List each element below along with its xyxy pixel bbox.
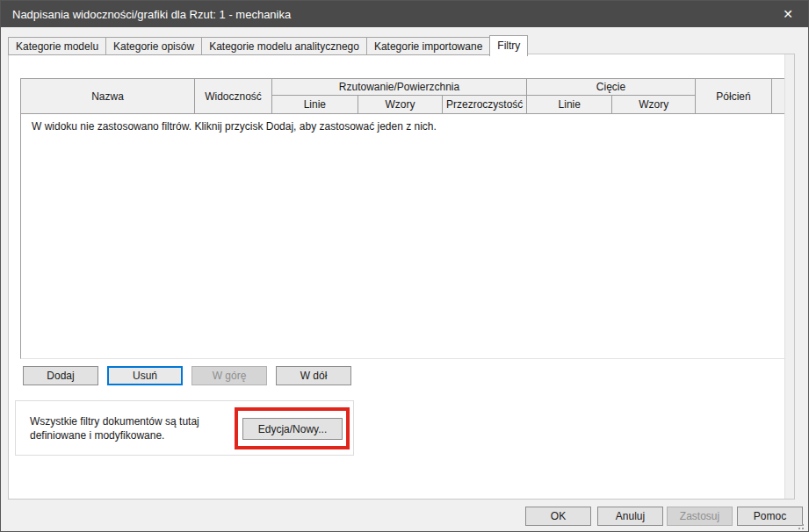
- column-header-projection-patterns: Wzory: [358, 96, 443, 113]
- add-filter-button[interactable]: Dodaj: [23, 366, 98, 385]
- remove-filter-button[interactable]: Usuń: [107, 366, 183, 385]
- tab-kategorie-importowane[interactable]: Kategorie importowane: [366, 37, 490, 55]
- dialog-title: Nadpisania widoczności/grafiki dla Rzut:…: [12, 8, 291, 21]
- tab-kategorie-modelu-analitycznego[interactable]: Kategorie modelu analitycznego: [201, 37, 367, 55]
- visibility-graphics-dialog: Nadpisania widoczności/grafiki dla Rzut:…: [0, 0, 809, 532]
- filters-list-empty-area[interactable]: W widoku nie zastosowano filtrów. Klikni…: [20, 114, 789, 359]
- edit-filters-groupbox: Wszystkie filtry dokumentów są tutaj def…: [15, 400, 354, 456]
- column-group-projection: Rzutowanie/Powierzchnia Linie Wzory Prze…: [271, 79, 526, 113]
- column-group-cut: Cięcie Linie Wzory: [526, 79, 695, 113]
- column-header-cut: Cięcie: [527, 79, 695, 96]
- column-header-projection-surface: Rzutowanie/Powierzchnia: [272, 79, 526, 96]
- tab-kategorie-opisow[interactable]: Kategorie opisów: [105, 37, 202, 55]
- close-button[interactable]: ✕: [768, 1, 808, 27]
- ok-button[interactable]: OK: [525, 507, 591, 526]
- edit-filters-description: Wszystkie filtry dokumentów są tutaj def…: [30, 414, 228, 442]
- edit-new-filter-button[interactable]: Edycja/Nowy...: [242, 418, 343, 440]
- column-header-halftone: Półcień: [695, 79, 771, 113]
- column-header-projection-lines: Linie: [272, 96, 358, 113]
- close-icon: ✕: [783, 7, 793, 21]
- column-header-name: Nazwa: [21, 79, 194, 113]
- column-header-cut-patterns: Wzory: [611, 96, 695, 113]
- column-header-cut-lines: Linie: [527, 96, 611, 113]
- help-button[interactable]: Pomoc: [737, 507, 803, 526]
- titlebar: Nadpisania widoczności/grafiki dla Rzut:…: [1, 1, 808, 27]
- resize-grip[interactable]: [802, 524, 804, 526]
- tab-filtry[interactable]: Filtry: [489, 35, 528, 56]
- column-header-visibility: Widoczność: [194, 79, 271, 113]
- tab-kategorie-modelu[interactable]: Kategorie modelu: [8, 37, 106, 55]
- filters-table-header: Nazwa Widoczność Rzutowanie/Powierzchnia…: [20, 78, 789, 114]
- empty-filters-message: W widoku nie zastosowano filtrów. Klikni…: [32, 120, 437, 133]
- column-header-transparency: Przezroczystość: [442, 96, 526, 113]
- cancel-button[interactable]: Anuluj: [597, 507, 663, 526]
- move-down-button[interactable]: W dół: [276, 366, 351, 385]
- scrollbar-gutter: [784, 54, 794, 499]
- filters-tab-page: Nazwa Widoczność Rzutowanie/Powierzchnia…: [8, 54, 795, 500]
- tab-strip: Kategorie modelu Kategorie opisów Katego…: [8, 35, 527, 55]
- move-up-button[interactable]: W górę: [191, 366, 267, 385]
- apply-button[interactable]: Zastosuj: [667, 507, 733, 526]
- filters-table: Nazwa Widoczność Rzutowanie/Powierzchnia…: [20, 78, 789, 359]
